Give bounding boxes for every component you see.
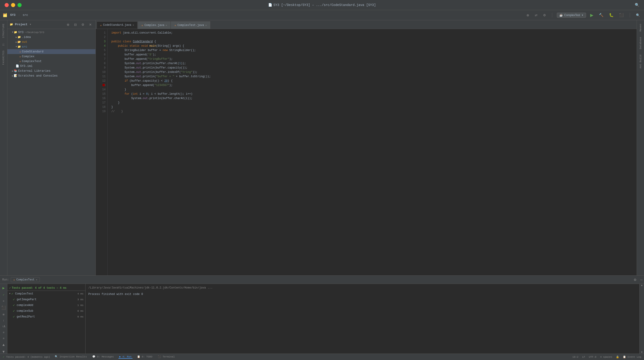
tree-label-complextest: ComplexTest — [22, 59, 42, 63]
tree-item-sy3[interactable]: 📁 SY3 ~/Desktop/SY3 — [7, 30, 96, 35]
indent: 4 spaces — [600, 356, 612, 359]
test-name: getRealPart — [16, 315, 35, 318]
tab-close-complex[interactable]: ✕ — [166, 24, 167, 27]
scroll-down-icon[interactable]: ▼ — [640, 351, 643, 354]
collapse-icon[interactable]: ≡ — [3, 337, 4, 340]
sidebar-add-button[interactable]: ⊕ — [65, 22, 71, 27]
close-button[interactable] — [4, 3, 9, 7]
test-suite-time: 4 ms — [78, 292, 84, 295]
tab-complex[interactable]: ☕ Complex.java ✕ — [138, 21, 171, 29]
status-check-icon: ✓ — [3, 356, 4, 359]
test-time: 3 ms — [78, 298, 84, 301]
file-icon: 📄 — [268, 3, 272, 7]
down-icon[interactable]: ▼ — [2, 350, 5, 354]
scroll-up-icon[interactable]: ▲ — [640, 284, 643, 287]
tree-label-sy3iml: SY3.iml — [20, 64, 33, 68]
project-dropdown-icon[interactable]: ▼ — [30, 23, 31, 26]
title-bar: 📄 SY3 [~/Desktop/SY3] – .../src/CodeStan… — [0, 0, 644, 10]
bottom-tab-run[interactable]: ▶ 4: Run — [118, 355, 132, 359]
tree-arrow-idea — [16, 36, 17, 39]
test-time: 0 ms — [78, 315, 84, 318]
encoding: UTF-8 — [589, 356, 596, 359]
bottom-tab-terminal[interactable]: ⬛ Terminal — [157, 355, 176, 359]
sidebar-close-button[interactable]: ✕ — [88, 22, 93, 27]
sidebar-collapse-button[interactable]: ⊟ — [73, 22, 78, 27]
build-button[interactable]: 🔨 — [598, 12, 605, 18]
run-tab-close[interactable]: ✕ — [36, 278, 37, 281]
stop-icon[interactable]: ⬛ — [2, 306, 6, 310]
sy3-path: ~/Desktop/SY3 — [24, 31, 44, 34]
rerun-passed-icon[interactable]: ✓ — [3, 293, 4, 297]
run-again-icon[interactable]: ▶ — [2, 286, 5, 290]
suite-arrow: ▼ — [9, 293, 10, 295]
tab-close-complextest[interactable]: ✕ — [206, 24, 207, 27]
tree-item-src[interactable]: 📁 src — [7, 44, 96, 49]
panel-minimize-button[interactable]: ─ — [639, 278, 644, 282]
sidebar-settings-button[interactable]: ⚙ — [80, 22, 86, 27]
src-label: src — [23, 13, 28, 17]
settings-toolbar-button[interactable]: ⚙ — [542, 13, 548, 17]
tree-item-out[interactable]: 📂 out — [7, 39, 96, 44]
favorites-tab[interactable]: Favorites — [2, 49, 5, 66]
bottom-tab-inspection[interactable]: 🔍 Inspection Results — [54, 355, 88, 359]
debug-button[interactable]: 🐛 — [608, 12, 615, 18]
run-button[interactable]: ▶ — [589, 12, 595, 18]
maximize-button[interactable] — [18, 3, 22, 7]
tab-label-codestandard: CodeStandard.java — [103, 23, 131, 27]
panel-settings-button[interactable]: ⚙ — [632, 278, 638, 282]
check-icon: ✓ — [13, 303, 15, 307]
tree-item-complextest[interactable]: ☕ ComplexTest — [7, 59, 96, 64]
tree-arrow-out — [16, 41, 17, 43]
tree-view-icon[interactable]: ⊞ — [3, 313, 4, 316]
run-config-button[interactable]: ☕ ComplexTest ▼ — [557, 13, 586, 18]
tab-java-icon-2: ☕ — [142, 23, 143, 27]
tree-item-sy3iml[interactable]: 📄 SY3.iml — [7, 64, 96, 68]
search-everywhere-button[interactable]: 🔍 — [634, 13, 641, 17]
window-title: SY3 [~/Desktop/SY3] – .../src/CodeStanda… — [274, 3, 376, 7]
sidebar-header: 📁 Project ▼ ⊕ ⊟ ⚙ ✕ — [7, 20, 96, 29]
java-icon: ☕ — [19, 55, 21, 58]
tree-item-extlibs[interactable]: 📚 External Libraries — [7, 68, 96, 73]
maven-tab[interactable]: Maven — [638, 22, 643, 33]
bottom-tab-messages[interactable]: 💬 0: Messages — [91, 355, 114, 359]
test-item-complexSub[interactable]: ✓ complexSub 0 ms — [7, 308, 85, 314]
up-icon[interactable]: ▲ — [2, 343, 5, 347]
database-tab[interactable]: Database — [638, 35, 643, 51]
status-test-result: Tests passed: 4 (moments ago) — [6, 356, 50, 359]
code-editor[interactable]: 1 2 3 4 5 6 7 8 9 10 11 12 13 14 — [96, 29, 637, 275]
scratches-icon: 📝 — [14, 74, 17, 77]
stop-button[interactable]: ⬛ — [618, 12, 625, 18]
test-item-complexAdd[interactable]: ✓ complexAdd 1 ms — [7, 302, 85, 308]
ant-build-tab[interactable]: Ant Build — [638, 53, 643, 70]
rerun-failed-icon[interactable]: ✕ — [3, 299, 4, 303]
run-tab-active[interactable]: ☕ ComplexTest ✕ — [11, 277, 40, 282]
sort-icon[interactable]: ↕ — [3, 319, 4, 322]
tab-close-codestandard[interactable]: ✕ — [133, 24, 134, 26]
sync-toolbar-button[interactable]: ⇄ — [533, 13, 539, 17]
code-content[interactable]: import java.util.concurrent.Callable; pu… — [108, 29, 637, 275]
folder-src-icon: 📁 — [18, 45, 21, 48]
cursor-position: 18:2 — [572, 356, 578, 359]
tree-item-scratches[interactable]: 📝 Scratches and Consoles — [7, 73, 96, 78]
expand-icon[interactable]: ≡ — [3, 331, 4, 334]
tree-item-complex[interactable]: ☕ Complex — [7, 54, 96, 59]
editor-area: ☕ CodeStandard.java ✕ ☕ Complex.java ✕ ☕… — [96, 20, 637, 275]
tab-complextest[interactable]: ☕ ComplexTest.java ✕ — [171, 21, 210, 29]
main-container: 🗂️ SY3 › src ⊕ ⇄ ⚙ ☕ ComplexTest ▼ ▶ 🔨 🐛… — [0, 10, 644, 360]
window-controls — [4, 3, 22, 7]
test-item-getRealPart[interactable]: ✓ getRealPart 0 ms — [7, 314, 85, 320]
sort-alpha-icon[interactable]: ↑A — [2, 325, 5, 328]
bottom-tab-todo[interactable]: 📋 6: TODO — [136, 355, 154, 359]
add-toolbar-button[interactable]: ⊕ — [525, 13, 530, 17]
search-icon[interactable]: 🔍 — [635, 3, 640, 7]
event-log-button[interactable]: 📋 Event Log — [623, 356, 641, 359]
minimize-button[interactable] — [11, 3, 15, 7]
run-tab-label: ComplexTest — [16, 278, 34, 281]
test-item-getimagePart[interactable]: ✓ getImagePart 3 ms — [7, 297, 85, 302]
panel-2-tab[interactable]: 2: — [2, 41, 5, 47]
tree-item-codestandard[interactable]: ☕ CodeStandard — [7, 49, 96, 54]
tree-item-idea[interactable]: 📁 .idea — [7, 35, 96, 39]
tab-codestandard[interactable]: ☕ CodeStandard.java ✕ — [96, 21, 138, 29]
structure-tab[interactable]: Structure — [2, 22, 5, 39]
test-suite-item[interactable]: ▼ ✓ ComplexTest 4 ms — [7, 291, 85, 297]
